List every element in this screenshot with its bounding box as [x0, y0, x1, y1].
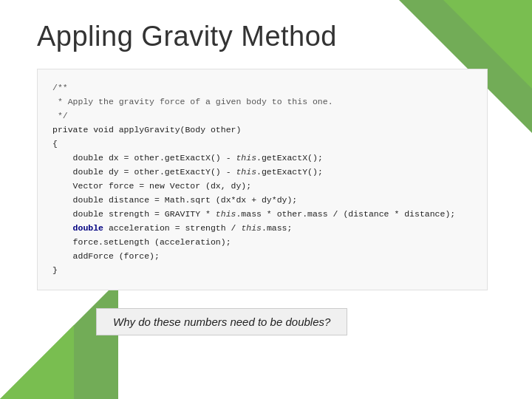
code-block: /** * Apply the gravity force of a given…	[37, 69, 488, 290]
code-body: double dx = other.getExactX() - this.get…	[52, 153, 455, 275]
question-box: Why do these numbers need to be doubles?	[96, 308, 347, 335]
code-comment-line1: /** * Apply the gravity force of a given…	[52, 83, 333, 120]
slide-title: Appling Gravity Method	[37, 21, 495, 52]
code-method-signature: private void applyGravity(Body other) {	[52, 125, 241, 149]
slide-content: Appling Gravity Method /** * Apply the g…	[0, 0, 532, 350]
